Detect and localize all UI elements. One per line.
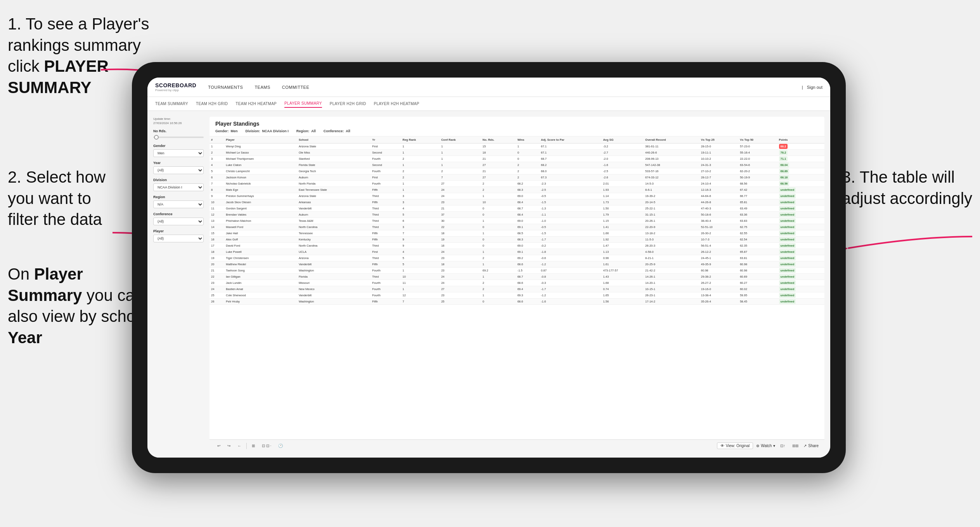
cell-school: Vanderbilt: [297, 261, 371, 268]
cell-player: Jack Lundin: [224, 280, 297, 286]
cell-record: 4-58-0: [644, 249, 700, 255]
cell-player: Mats Ege: [224, 187, 297, 193]
cell-yr: Fifth: [371, 261, 401, 268]
slider-thumb[interactable]: [154, 135, 159, 140]
gender-select[interactable]: Men: [153, 149, 204, 157]
cell-avgsg: 1.14: [601, 193, 644, 199]
cell-rds: 0: [481, 206, 516, 212]
cell-conf: 1: [440, 143, 481, 150]
cell-points: undefined: [777, 224, 824, 230]
cell-adj: -1.1: [539, 212, 601, 218]
nav-committee[interactable]: COMMITTEE: [282, 83, 310, 91]
paste-btn[interactable]: ⊡ ⊡ ·: [260, 443, 273, 449]
layout-btn[interactable]: ⊞⊞: [790, 443, 800, 449]
update-time: Update time: 27/03/2024 16:56:26: [153, 117, 204, 125]
cell-adj: 0.87: [539, 268, 601, 274]
col-overall-record: Overall Record: [644, 137, 700, 143]
sign-out-link[interactable]: Sign out: [807, 85, 822, 90]
cell-reg: 2: [401, 168, 440, 175]
cell-player: Jacob Skov Olesen: [224, 199, 297, 206]
col-reg-rank: Reg Rank: [401, 137, 440, 143]
cell-rank: 8: [210, 187, 224, 193]
cell-points: 68.04: [777, 162, 824, 168]
col-rank: #: [210, 137, 224, 143]
cell-top50: 65.87: [738, 249, 777, 255]
view-original-btn[interactable]: 👁 View: Original: [717, 442, 753, 449]
table-row: 15 Jake Hall Tennessee Fifth 7 18 1 68.5…: [210, 230, 824, 237]
col-vs-top50: Vs Top 50: [738, 137, 777, 143]
tab-team-h2h-heatmap[interactable]: TEAM H2H HEATMAP: [235, 100, 277, 107]
col-conf-rank: Conf Rank: [440, 137, 481, 143]
cell-points: undefined: [777, 261, 824, 268]
cell-adj: -2.5: [539, 187, 601, 193]
year-filter: Year (All): [153, 161, 204, 174]
year-select[interactable]: (All): [153, 166, 204, 174]
cell-top25: 44-64-6: [700, 193, 738, 199]
cell-rds: 1: [481, 230, 516, 237]
logo-sub: Powered by clipp: [155, 88, 196, 92]
cell-avgsg: 0.74: [601, 286, 644, 292]
cell-wins: 68.7: [516, 274, 540, 280]
year-label: Year: [153, 161, 204, 165]
cell-avgsg: 1.93: [601, 187, 644, 193]
slider-track[interactable]: [153, 137, 204, 138]
cell-conf: 1: [440, 150, 481, 156]
cell-yr: Third: [371, 243, 401, 249]
cell-school: Vanderbilt: [297, 292, 371, 299]
cell-conf: 24: [440, 187, 481, 193]
cell-avgsg: 1.15: [601, 218, 644, 224]
tab-player-h2h-heatmap[interactable]: PLAYER H2H HEATMAP: [374, 100, 419, 107]
clock-btn[interactable]: 🕐: [276, 443, 285, 449]
cell-top25: 47-40-3: [700, 206, 738, 212]
cell-top50: 60.98: [738, 261, 777, 268]
share-btn[interactable]: ↗ Share: [803, 444, 819, 448]
undo-btn[interactable]: ↩: [215, 443, 222, 449]
tab-team-summary[interactable]: TEAM SUMMARY: [155, 100, 188, 107]
tab-player-h2h-grid[interactable]: PLAYER H2H GRID: [330, 100, 366, 107]
watch-icon: ⊛: [756, 444, 759, 448]
division-filter: Division NCAA Division I: [153, 178, 204, 191]
export-btn[interactable]: ⊡↑: [778, 443, 787, 449]
cell-record: 14-26-1: [644, 274, 700, 280]
cell-reg: 9: [401, 237, 440, 243]
conference-select[interactable]: (All): [153, 218, 204, 225]
player-select[interactable]: (All): [153, 235, 204, 242]
cell-points: undefined: [777, 255, 824, 261]
watch-btn[interactable]: ⊛ Watch ▾: [756, 444, 775, 448]
tab-player-summary[interactable]: PLAYER SUMMARY: [284, 100, 322, 108]
cell-rank: 20: [210, 261, 224, 268]
division-label: Division: [153, 178, 204, 182]
cell-conf: 25: [440, 299, 481, 305]
nav-teams[interactable]: TEAMS: [255, 83, 270, 91]
standings-table: # Player School Yr Reg Rank Conf Rank No…: [210, 137, 824, 305]
cell-reg: 2: [401, 175, 440, 181]
cell-points: 71.1: [777, 156, 824, 162]
cell-yr: Third: [371, 255, 401, 261]
cell-wins: 69.0: [516, 193, 540, 199]
copy-btn[interactable]: ⊞: [250, 443, 257, 449]
nav-tournaments[interactable]: TOURNAMENTS: [208, 83, 243, 91]
division-select[interactable]: NCAA Division I: [153, 183, 204, 191]
back-btn[interactable]: ←: [235, 443, 243, 449]
cell-reg: 1: [401, 162, 440, 168]
logo-area: SCOREBOARD Powered by clipp: [155, 82, 196, 92]
cell-top50: 66.77: [738, 193, 777, 199]
cell-rank: 4: [210, 162, 224, 168]
annotation-2: 2. Select how you want to filter the dat…: [8, 167, 106, 230]
cell-conf: 37: [440, 212, 481, 218]
cell-top25: 10-10-2: [700, 156, 738, 162]
cell-top50: 60.02: [738, 286, 777, 292]
cell-wins: 2: [516, 162, 540, 168]
cell-adj: 68.2: [539, 162, 601, 168]
cell-points: undefined: [777, 243, 824, 249]
redo-btn[interactable]: ↪: [225, 443, 232, 449]
cell-adj: 67.3: [539, 175, 601, 181]
region-select[interactable]: N/A: [153, 200, 204, 208]
cell-reg: 1: [401, 150, 440, 156]
tab-team-h2h-grid[interactable]: TEAM H2H GRID: [196, 100, 228, 107]
cell-yr: Fourth: [371, 268, 401, 274]
cell-yr: Fifth: [371, 237, 401, 243]
cell-school: North Carolina: [297, 243, 371, 249]
cell-adj: -1.6: [539, 299, 601, 305]
cell-top25: 35-26-4: [700, 299, 738, 305]
